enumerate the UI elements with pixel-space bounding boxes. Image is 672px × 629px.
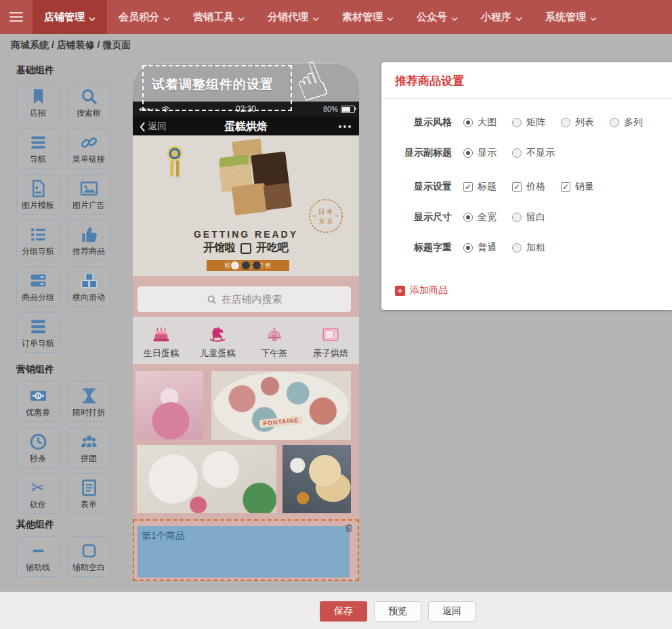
add-goods-button[interactable]: + 添加商品: [395, 284, 448, 297]
search-icon: [79, 85, 99, 107]
component-image-ad[interactable]: 图片广告: [67, 174, 110, 215]
radio-icon[interactable]: [512, 243, 522, 253]
save-button[interactable]: 保存: [320, 601, 367, 622]
category-afternoon-tea[interactable]: 下午茶: [246, 317, 303, 364]
nav-system-management[interactable]: 系统管理: [534, 0, 608, 34]
dessert-plates-photo: [137, 445, 276, 513]
component-goods-group[interactable]: 商品分组: [16, 266, 60, 307]
radio-icon[interactable]: [512, 118, 522, 127]
checkbox-icon[interactable]: [512, 182, 522, 192]
category-nav-component[interactable]: 生日蛋糕 儿童蛋糕 下午茶 亲子烘焙: [133, 317, 359, 364]
component-group-nav[interactable]: 分组导航: [16, 220, 60, 261]
radio-icon[interactable]: [610, 118, 619, 127]
component-nav[interactable]: 导航: [16, 128, 60, 169]
oven-icon: [320, 324, 341, 345]
radio-option[interactable]: 不显示: [512, 147, 555, 159]
search-component[interactable]: 在店铺内搜索: [133, 276, 359, 317]
radio-icon[interactable]: [561, 118, 570, 127]
nav-bars-icon: [28, 131, 48, 153]
preview-button[interactable]: 预览: [374, 601, 421, 622]
search-input[interactable]: 在店铺内搜索: [138, 286, 351, 312]
radio-option[interactable]: 显示: [463, 147, 497, 159]
selected-recommended-goods-component[interactable]: 第1个商品: [133, 519, 359, 581]
image-grid-component[interactable]: FONTAINE: [133, 364, 359, 520]
radio-option[interactable]: 大图: [463, 116, 497, 129]
chevron-down-icon: [89, 12, 96, 23]
radio-option[interactable]: 列表: [561, 116, 594, 129]
cube-icon: [240, 243, 251, 254]
radio-option[interactable]: 普通: [463, 242, 497, 254]
award-badge-icon: [165, 144, 184, 184]
radio-option[interactable]: 全宽: [463, 211, 497, 223]
dash-icon: [28, 540, 48, 561]
component-group-basic: 基础组件 店招 搜索框 导航 菜单链接 图片模板: [16, 64, 117, 353]
group-title: 基础组件: [16, 64, 117, 77]
nav-marketing-tools[interactable]: 营销工具: [182, 0, 256, 34]
nav-distribution-agent[interactable]: 分销代理: [256, 0, 331, 34]
radio-option[interactable]: 多列: [610, 116, 643, 129]
hamburger-icon[interactable]: [0, 0, 33, 34]
category-birthday-cake[interactable]: 生日蛋糕: [133, 317, 190, 364]
bars-icon: [28, 316, 48, 337]
plus-icon: +: [395, 286, 405, 296]
group-title: 其他组件: [16, 519, 117, 531]
radio-icon[interactable]: [463, 148, 473, 158]
component-horizontal-slide[interactable]: 横向滑动: [67, 266, 110, 307]
radio-option[interactable]: 留白: [512, 211, 545, 223]
component-seckill[interactable]: 秒杀: [16, 427, 60, 468]
chevron-down-icon: [516, 12, 522, 23]
page-title: 蛋糕烘焙: [133, 120, 359, 134]
chevron-down-icon: [238, 12, 245, 23]
radio-icon[interactable]: [512, 148, 522, 158]
radio-icon[interactable]: [463, 213, 473, 222]
nav-material-management[interactable]: 素材管理: [331, 0, 405, 34]
checkbox-option[interactable]: 标题: [463, 181, 497, 193]
radio-icon[interactable]: [512, 213, 522, 222]
component-menu-link[interactable]: 菜单链接: [67, 128, 110, 169]
radio-option[interactable]: 加粗: [512, 242, 545, 254]
nav-mini-program[interactable]: 小程序: [469, 0, 534, 34]
blank-square-icon: [79, 540, 99, 561]
component-group-buy[interactable]: 拼团: [67, 427, 110, 468]
component-coupon[interactable]: 优惠券: [16, 381, 60, 422]
group-title: 营销组件: [16, 364, 117, 376]
page: 店铺管理 会员积分 营销工具 分销代理 素材管理 公众号 小程序 系统管理: [0, 0, 672, 629]
hero-banner-component[interactable]: 日 本东 京 GETTING READY 开馆啦 开吃吧 照⋯⋯正式开售: [133, 135, 359, 276]
setting-row-display-size: 显示尺寸 全宽 留白: [381, 207, 672, 227]
component-recommended-goods[interactable]: 推荐商品: [67, 220, 110, 261]
list-icon: [28, 223, 48, 245]
component-form[interactable]: 表单: [67, 473, 110, 514]
onboarding-tooltip: 试着调整组件的设置: [142, 65, 292, 111]
setting-row-title-weight: 标题字重 普通 加粗: [381, 238, 672, 258]
component-shop-sign[interactable]: 店招: [16, 82, 60, 123]
phone-nav-bar: 返回 蛋糕烘焙: [133, 116, 359, 137]
component-order-nav[interactable]: 订单导航: [16, 312, 60, 353]
phone-preview: 试着调整组件的设置 ☝ ●●●●● 02:30 80% 返回 蛋糕烘焙: [133, 62, 359, 581]
checkbox-option[interactable]: 价格: [512, 181, 545, 193]
component-helper-line[interactable]: 辅助线: [16, 536, 60, 577]
setting-row-display-options: 显示设置 标题 价格 销量: [381, 177, 672, 197]
nav-official-account[interactable]: 公众号: [405, 0, 469, 34]
radio-icon[interactable]: [463, 118, 473, 127]
nav-member-points[interactable]: 会员积分: [107, 0, 182, 34]
more-icon[interactable]: [339, 125, 351, 128]
component-bargain[interactable]: ✂ 砍价: [16, 473, 60, 514]
checkbox-icon[interactable]: [463, 182, 473, 192]
category-family-baking[interactable]: 亲子烘焙: [303, 317, 360, 364]
back-button[interactable]: 返回: [428, 601, 476, 622]
birthday-cake-icon: [151, 324, 171, 345]
component-helper-blank[interactable]: 辅助空白: [67, 536, 110, 577]
nav-shop-management[interactable]: 店铺管理: [33, 0, 107, 34]
component-search-box[interactable]: 搜索框: [67, 82, 110, 123]
trash-icon[interactable]: [345, 523, 353, 536]
goods-placeholder-block[interactable]: 第1个商品: [138, 526, 350, 578]
component-time-discount[interactable]: 限时打折: [67, 381, 110, 422]
radio-icon[interactable]: [463, 243, 473, 253]
breadcrumb: 商城系统 / 店铺装修 / 微页面: [11, 39, 131, 51]
radio-option[interactable]: 矩阵: [512, 116, 545, 129]
setting-row-display-style: 显示风格 大图 矩阵 列表 多列: [381, 112, 672, 133]
category-kids-cake[interactable]: 儿童蛋糕: [190, 317, 247, 364]
component-image-template[interactable]: 图片模板: [16, 174, 60, 215]
checkbox-option[interactable]: 销量: [561, 181, 594, 193]
checkbox-icon[interactable]: [561, 182, 570, 192]
